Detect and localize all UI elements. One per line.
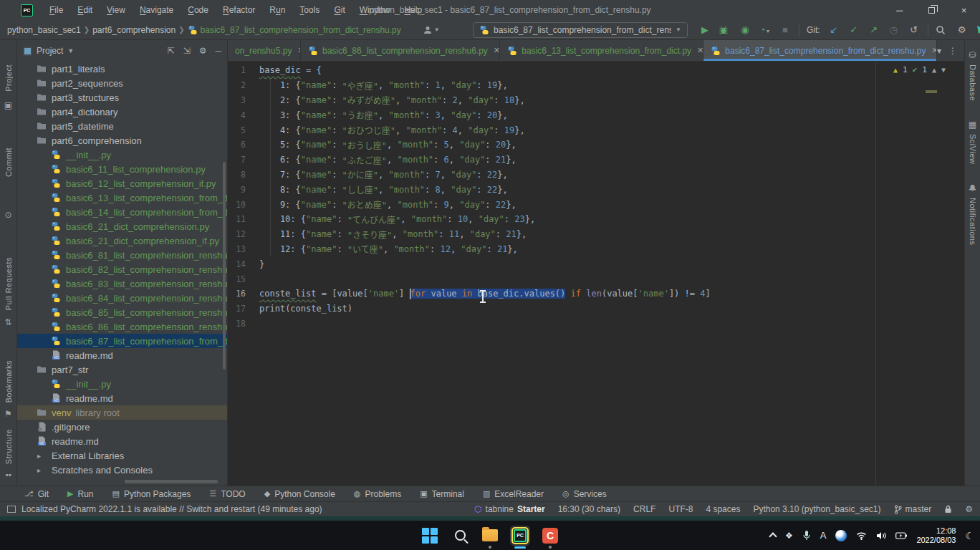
tree-item[interactable]: basic6_83_list_comprehension_renshu3.py (17, 276, 227, 291)
taskbar-search-button[interactable] (451, 526, 469, 545)
tree-item[interactable]: part2_sequences (17, 76, 227, 90)
tool-window-commit[interactable]: Commit (4, 148, 13, 177)
code-area[interactable]: 1base_dic = {2 1: {"name": "やぎ座", "month… (228, 63, 711, 331)
settings-gear-icon[interactable]: ⚙ (965, 504, 973, 514)
tree-item[interactable]: basic6_13_list_comprehension_from_dict.p… (17, 190, 227, 205)
minimize-button[interactable]: ─ (883, 0, 916, 20)
editor-tab[interactable]: basic6_13_list_comprehension_from_dict.p… (500, 40, 703, 61)
run-configuration-select[interactable]: basic6_87_list_comprehension_from_dict_r… (473, 22, 688, 38)
tree-item[interactable]: venvlibrary root (17, 405, 227, 420)
tool-window-button-problems[interactable]: ◍Problems (354, 489, 401, 499)
search-highlights-icon[interactable] (835, 530, 847, 541)
tool-window-notifications[interactable]: Notifications (969, 198, 977, 245)
commit-icon[interactable]: ⊙ (4, 210, 11, 220)
editor-tab[interactable]: basic6_87_list_comprehension_from_dict_r… (703, 40, 937, 61)
tree-item[interactable]: MDreadme.md (17, 348, 227, 362)
pull-request-icon[interactable]: ⇅ (4, 317, 11, 327)
restore-button[interactable] (916, 0, 948, 20)
tool-window-sciview[interactable]: SciView (969, 134, 977, 164)
tree-item[interactable]: part6_comprehension (17, 133, 227, 148)
tree-item[interactable]: basic6_86_list_comprehension_renshu6.py (17, 319, 227, 334)
tree-item[interactable]: MDreadme.md (17, 391, 227, 405)
night-light-moon-icon[interactable]: ☾ (965, 530, 974, 541)
git-push-button[interactable]: ↗ (868, 24, 880, 35)
breadcrumb-item[interactable]: part6_comprehension (92, 25, 176, 35)
dropbox-icon[interactable]: ❖ (785, 531, 793, 541)
tree-item[interactable]: __init__.py (17, 377, 227, 391)
tool-window-button-terminal[interactable]: ▣Terminal (420, 489, 464, 499)
tree-item[interactable]: part4_dictionary (17, 105, 227, 119)
settings-gear-icon[interactable]: ⚙ (956, 24, 969, 35)
profiler-button[interactable]: ◔▼ (759, 24, 772, 35)
show-hidden-tabs-icon[interactable]: ▾ (937, 46, 941, 56)
python-interpreter[interactable]: Python 3.10 (python_basic_sec1) (753, 504, 880, 514)
menu-view[interactable]: View (100, 2, 132, 18)
horizontal-scrollbar[interactable] (125, 480, 218, 483)
breadcrumb-item[interactable]: basic6_87_list_comprehension_from_dict_r… (201, 25, 401, 35)
run-coverage-button[interactable]: ◉ (739, 24, 751, 35)
tool-window-database[interactable]: Database (969, 64, 977, 101)
tree-item[interactable]: basic6_11_list_comprehension.py (17, 162, 227, 176)
tree-item[interactable]: basic6_81_list_comprehension_renshu1.py (17, 248, 227, 262)
tree-item[interactable]: basic6_21_dict_comprehension_if.py (17, 233, 227, 248)
close-button[interactable]: × (948, 0, 980, 20)
tree-item[interactable]: part5_datetime (17, 119, 227, 133)
code-editor[interactable]: 1base_dic = {2 1: {"name": "やぎ座", "month… (228, 62, 964, 486)
microphone-icon[interactable] (802, 530, 811, 541)
tree-item[interactable]: basic6_14_list_comprehension_from_dict_i… (17, 205, 227, 219)
tool-window-button-run[interactable]: ▶Run (67, 489, 93, 499)
search-everywhere-button[interactable] (936, 25, 948, 35)
tree-item[interactable]: __init__.py (17, 148, 227, 162)
chevron-down-icon[interactable]: ▼ (67, 47, 74, 54)
ide-features-icon[interactable] (976, 24, 980, 35)
tree-item[interactable]: MDreadme.md (17, 434, 227, 448)
taskbar-clock[interactable]: 12:08 2022/08/03 (916, 526, 956, 545)
tree-item[interactable]: ▸External Libraries (17, 448, 227, 463)
indent-setting[interactable]: 4 spaces (706, 504, 740, 514)
menu-edit[interactable]: Edit (71, 2, 99, 18)
menu-file[interactable]: File (43, 2, 69, 18)
file-encoding[interactable]: UTF-8 (668, 504, 693, 514)
event-log-icon[interactable] (7, 506, 16, 513)
folder-icon[interactable]: ▣ (4, 100, 12, 110)
tool-window-project[interactable]: Project (4, 64, 13, 92)
tree-item[interactable]: part7_str (17, 362, 227, 377)
pycharm-taskbar-button[interactable]: PC (511, 526, 529, 545)
tree-item[interactable]: basic6_21_dict_comprehension.py (17, 219, 227, 233)
menu-code[interactable]: Code (181, 2, 215, 18)
status-message[interactable]: Localized PyCharm 2022.1.1 is available … (21, 504, 322, 514)
tree-item[interactable]: basic6_84_list_comprehension_renshu4.py (17, 291, 227, 305)
structure-icon[interactable]: ▪▪ (5, 470, 11, 480)
tool-window-pull-requests[interactable]: Pull Requests (4, 257, 13, 310)
breadcrumb-item[interactable]: python_basic_sec1 (7, 25, 81, 35)
notifications-bell-icon[interactable]: 🔔︎ (969, 183, 977, 193)
database-icon[interactable]: ⛁ (969, 50, 976, 60)
close-tab-icon[interactable]: ✕ (494, 46, 500, 55)
git-update-button[interactable]: ↙ (827, 24, 840, 35)
tree-item[interactable]: basic6_87_list_comprehension_from_dict_r… (17, 334, 227, 348)
file-explorer-button[interactable] (481, 526, 499, 545)
ime-indicator[interactable]: A (820, 530, 827, 541)
tool-window-button-excelreader[interactable]: ▥ExcelReader (483, 489, 544, 499)
tree-item[interactable]: .gitignore (17, 420, 227, 434)
editor-tab[interactable]: on_renshu5.py✕ (228, 40, 301, 61)
debug-button[interactable] (719, 25, 731, 35)
tree-item[interactable]: ▸Scratches and Consoles (17, 463, 227, 477)
tool-window-button-services[interactable]: ◎Services (562, 489, 607, 499)
tool-window-button-python-console[interactable]: ◆Python Console (264, 489, 335, 499)
git-commit-button[interactable]: ✓ (847, 24, 860, 35)
tray-overflow-chevron-icon[interactable] (769, 532, 777, 540)
caret-position[interactable]: 16:30 (30 chars) (558, 504, 620, 514)
menu-refactor[interactable]: Refactor (216, 2, 261, 18)
camtasia-taskbar-button[interactable]: C (541, 526, 559, 545)
bookmark-icon[interactable]: ⚑ (4, 409, 12, 419)
select-opened-file-icon[interactable]: ⇱ (168, 46, 175, 56)
code-with-me-button[interactable]: ▼ (423, 25, 440, 35)
tool-window-button-git[interactable]: ⎇Git (24, 489, 49, 499)
vertical-scrollbar[interactable] (223, 162, 226, 370)
menu-git[interactable]: Git (327, 2, 351, 18)
sciview-icon[interactable]: ▦ (969, 120, 976, 130)
volume-icon[interactable] (876, 531, 886, 540)
settings-gear-icon[interactable]: ⚙ (199, 46, 207, 56)
start-button[interactable] (421, 526, 439, 545)
